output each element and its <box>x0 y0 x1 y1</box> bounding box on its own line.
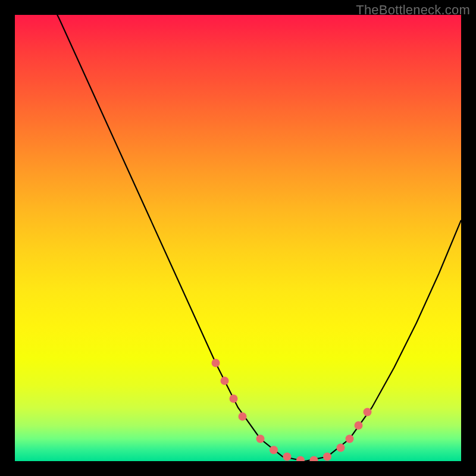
bottleneck-curve <box>15 15 461 461</box>
curve-marker <box>310 456 318 462</box>
curve-marker <box>283 453 292 461</box>
curve-marker <box>212 359 220 367</box>
curve-marker <box>230 394 238 403</box>
curve-marker <box>239 412 247 421</box>
curve-marker <box>256 435 265 443</box>
curve-line <box>15 15 461 461</box>
curve-marker <box>296 456 305 462</box>
curve-marker <box>270 446 278 454</box>
plot-area <box>15 15 461 461</box>
chart-frame: TheBottleneck.com <box>0 0 476 476</box>
curve-marker <box>323 453 331 461</box>
curve-marker <box>346 435 354 443</box>
curve-marker <box>221 377 229 385</box>
curve-markers <box>212 359 372 461</box>
curve-marker <box>355 421 363 430</box>
curve-marker <box>364 408 372 416</box>
curve-marker <box>337 444 345 452</box>
